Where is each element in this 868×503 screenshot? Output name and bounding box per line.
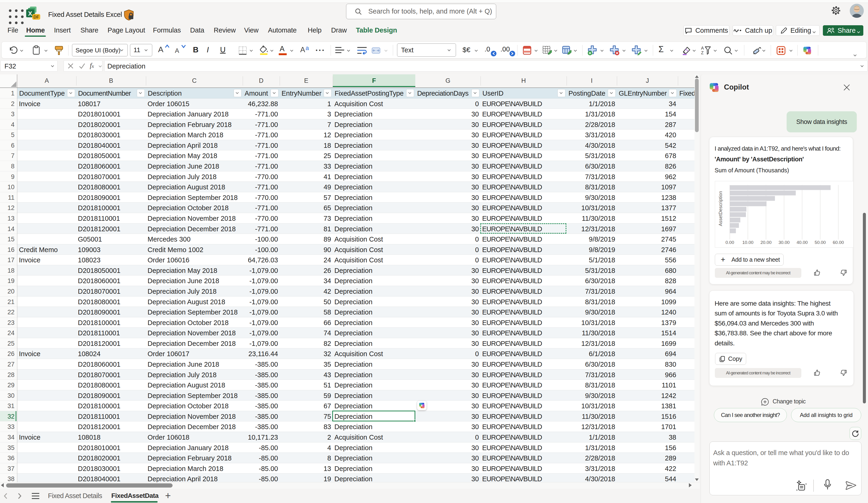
svg-text:20.00: 20.00 [761, 240, 772, 245]
svg-text:Z: Z [701, 51, 704, 55]
svg-text:60.00: 60.00 [833, 240, 844, 245]
svg-text:0.00: 0.00 [726, 240, 734, 245]
svg-text:30.00: 30.00 [778, 240, 790, 245]
svg-text:10.00: 10.00 [742, 240, 754, 245]
svg-text:DF: DF [33, 15, 39, 19]
svg-text:50.00: 50.00 [815, 240, 826, 245]
svg-text:A: A [701, 46, 704, 51]
svg-text:AssetDescription: AssetDescription [718, 191, 723, 226]
svg-text:40.00: 40.00 [797, 240, 808, 245]
svg-text:X: X [28, 10, 32, 17]
